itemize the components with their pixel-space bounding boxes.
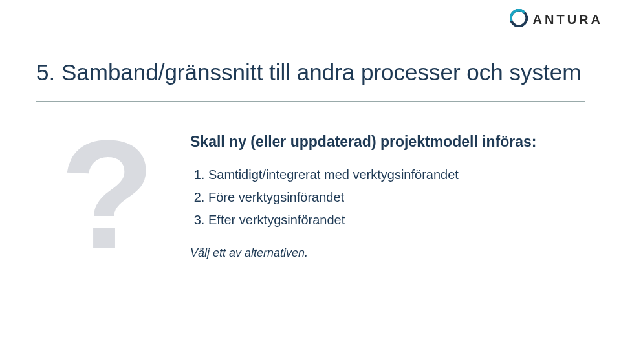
list-item: Efter verktygsinförandet: [208, 212, 585, 228]
body-column: Skall ny (eller uppdaterad) projektmodel…: [190, 129, 585, 260]
list-item: Samtidigt/integrerat med verktygsinföran…: [208, 167, 585, 183]
options-list: Samtidigt/integrerat med verktygsinföran…: [190, 167, 585, 228]
slide: ANTURA 5. Samband/gränssnitt till andra …: [0, 0, 621, 364]
footnote: Välj ett av alternativen.: [190, 246, 585, 260]
brand-logo-icon: [510, 9, 528, 30]
list-item: Före verktygsinförandet: [208, 189, 585, 206]
title-divider: [36, 101, 585, 102]
question-mark-icon: ?: [56, 129, 159, 261]
brand-wordmark: ANTURA: [533, 12, 603, 27]
svg-point-2: [516, 15, 522, 21]
slide-title: 5. Samband/gränssnitt till andra process…: [36, 59, 585, 85]
brand-logo: ANTURA: [510, 9, 603, 30]
content-row: ? Skall ny (eller uppdaterad) projektmod…: [36, 129, 585, 261]
lead-text: Skall ny (eller uppdaterad) projektmodel…: [190, 133, 585, 151]
